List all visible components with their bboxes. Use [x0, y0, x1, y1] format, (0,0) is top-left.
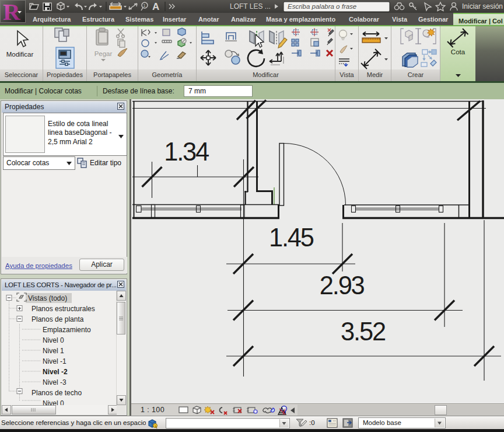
svg-text:3.52: 3.52: [341, 318, 385, 346]
svg-text:LOFT LES ...: LOFT LES ...: [230, 2, 271, 11]
svg-text:Nivel -3: Nivel -3: [43, 378, 66, 386]
svg-text:1.45: 1.45: [269, 224, 314, 252]
svg-text:1.34: 1.34: [164, 138, 209, 166]
svg-text:2.93: 2.93: [320, 271, 365, 299]
svg-text:1: 1: [144, 4, 146, 8]
svg-text:Modificar: Modificar: [6, 51, 34, 58]
svg-text:Emplazamiento: Emplazamiento: [43, 326, 91, 334]
svg-text:Vistas (todo): Vistas (todo): [28, 294, 67, 302]
svg-text:Nivel -2: Nivel -2: [43, 368, 68, 376]
svg-text:Nivel 1: Nivel 1: [43, 347, 64, 355]
svg-text:Pegar: Pegar: [94, 50, 113, 57]
svg-text:Escriba palabra o frase: Escriba palabra o frase: [288, 3, 356, 10]
svg-text:Planos de planta: Planos de planta: [32, 315, 84, 323]
svg-text:Nivel 0: Nivel 0: [43, 336, 64, 344]
svg-text:Planos de techo: Planos de techo: [32, 389, 82, 397]
svg-text:A: A: [152, 1, 159, 12]
svg-text:Planos estructurales: Planos estructurales: [32, 305, 95, 313]
svg-text:Iniciar sesión: Iniciar sesión: [462, 2, 503, 11]
svg-text:Nivel -1: Nivel -1: [43, 357, 66, 365]
